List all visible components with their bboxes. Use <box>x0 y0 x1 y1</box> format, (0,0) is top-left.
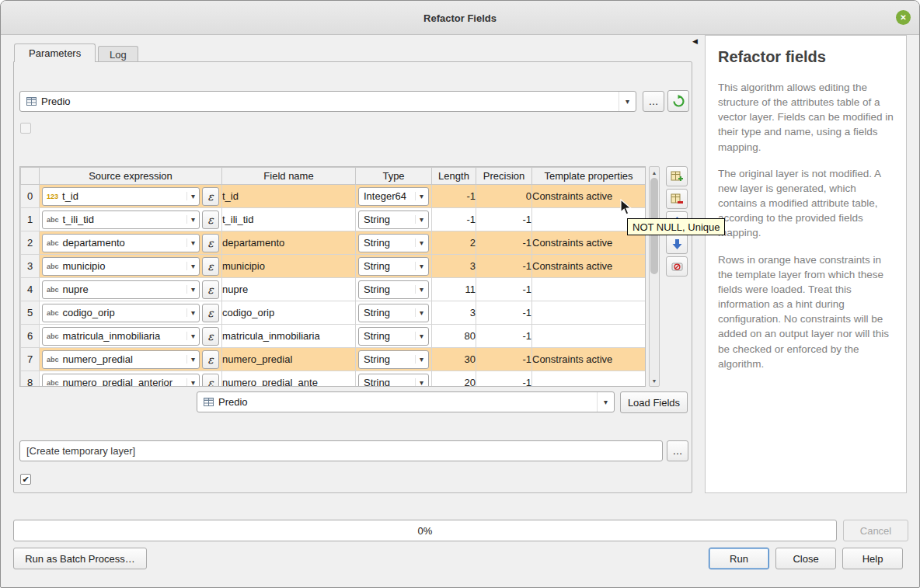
source-expression-combo[interactable]: abc codigo_orip ▾ <box>42 304 200 322</box>
expression-builder-button[interactable]: ε <box>202 327 219 346</box>
precision-cell[interactable]: -1 <box>476 325 532 348</box>
help-button[interactable]: Help <box>842 548 903 569</box>
type-combo[interactable]: String ▾ <box>358 304 429 322</box>
table-vertical-scrollbar[interactable]: ▲ ▼ <box>649 166 660 387</box>
source-expression-combo[interactable]: 123 t_id ▾ <box>42 187 200 206</box>
run-as-batch-button[interactable]: Run as Batch Process… <box>13 548 147 569</box>
expression-builder-button[interactable]: ε <box>202 350 219 369</box>
type-combo[interactable]: String ▾ <box>358 327 429 346</box>
type-combo[interactable]: String ▾ <box>358 350 429 369</box>
table-row[interactable]: 1 abc t_ili_tid ▾ ε t_ili_tid String ▾ <box>21 208 646 231</box>
expression-builder-button[interactable]: ε <box>202 187 219 206</box>
chevron-down-icon[interactable]: ▾ <box>415 215 423 224</box>
source-expression-combo[interactable]: abc numero_predial ▾ <box>42 350 200 369</box>
table-row[interactable]: 2 abc departamento ▾ ε departamento Stri… <box>21 231 646 255</box>
precision-cell[interactable]: -1 <box>476 208 532 231</box>
source-expression-combo[interactable]: abc matricula_inmobiliaria ▾ <box>42 327 200 346</box>
length-cell[interactable]: 3 <box>432 301 476 325</box>
load-fields-button[interactable]: Load Fields <box>620 391 688 413</box>
close-button[interactable]: Close <box>775 548 836 569</box>
precision-cell[interactable]: -1 <box>476 371 532 388</box>
delete-field-button[interactable] <box>666 189 688 209</box>
type-combo[interactable]: String ▾ <box>358 257 429 276</box>
length-cell[interactable]: 30 <box>432 348 476 371</box>
precision-cell[interactable]: -1 <box>476 255 532 278</box>
fields-mapping-table[interactable]: Source expression Field name Type Length… <box>19 166 646 387</box>
field-name-cell[interactable]: municipio <box>222 255 356 278</box>
expression-builder-button[interactable]: ε <box>202 257 219 276</box>
col-precision[interactable]: Precision <box>476 168 532 185</box>
expression-builder-button[interactable]: ε <box>202 234 219 252</box>
row-index[interactable]: 6 <box>21 325 40 348</box>
precision-cell[interactable]: -1 <box>476 231 532 255</box>
precision-cell[interactable]: -1 <box>476 278 532 301</box>
chevron-down-icon[interactable]: ▾ <box>186 308 195 317</box>
source-expression-combo[interactable]: abc numero_predial_anterior ▾ <box>42 374 200 388</box>
chevron-down-icon[interactable]: ▾ <box>186 215 195 224</box>
refactored-browse-button[interactable]: … <box>667 440 688 461</box>
row-index[interactable]: 0 <box>21 185 40 208</box>
field-name-cell[interactable]: numero_predial <box>222 348 356 371</box>
window-close-button[interactable]: ✕ <box>896 10 911 25</box>
col-field-name[interactable]: Field name <box>222 168 356 185</box>
table-row[interactable]: 6 abc matricula_inmobiliaria ▾ ε matricu… <box>21 325 646 348</box>
help-panel-collapse-icon[interactable]: ◀ <box>692 37 698 45</box>
chevron-down-icon[interactable]: ▾ <box>415 192 423 200</box>
chevron-down-icon[interactable]: ▾ <box>415 332 423 340</box>
expression-builder-button[interactable]: ε <box>202 374 219 388</box>
type-combo[interactable]: String ▾ <box>358 280 429 299</box>
precision-cell[interactable]: -1 <box>476 301 532 325</box>
chevron-down-icon[interactable]: ▾ <box>186 378 195 387</box>
table-row[interactable]: 3 abc municipio ▾ ε municipio String ▾ <box>21 255 646 278</box>
expression-builder-button[interactable]: ε <box>202 304 219 322</box>
scroll-up-icon[interactable]: ▲ <box>650 168 659 177</box>
field-name-cell[interactable]: t_id <box>222 185 356 208</box>
chevron-down-icon[interactable]: ▾ <box>415 285 423 294</box>
length-cell[interactable]: 2 <box>432 231 476 255</box>
chevron-down-icon[interactable]: ▾ <box>415 238 423 247</box>
source-expression-combo[interactable]: abc nupre ▾ <box>42 280 200 299</box>
row-index[interactable]: 2 <box>21 231 40 255</box>
precision-cell[interactable]: -1 <box>476 348 532 371</box>
length-cell[interactable]: 80 <box>432 325 476 348</box>
length-cell[interactable]: -1 <box>432 208 476 231</box>
col-length[interactable]: Length <box>432 168 476 185</box>
open-output-checkbox[interactable]: ✔ <box>20 474 31 485</box>
field-name-cell[interactable]: nupre <box>222 278 356 301</box>
chevron-down-icon[interactable]: ▾ <box>186 238 195 247</box>
type-combo[interactable]: String ▾ <box>358 374 429 388</box>
row-index[interactable]: 5 <box>21 301 40 325</box>
template-layer-combo[interactable]: Predio ▾ <box>197 391 615 412</box>
chevron-down-icon[interactable]: ▾ <box>186 355 195 364</box>
length-cell[interactable]: 3 <box>432 255 476 278</box>
length-cell[interactable]: 11 <box>432 278 476 301</box>
expression-builder-button[interactable]: ε <box>202 210 219 229</box>
expression-builder-button[interactable]: ε <box>202 280 219 299</box>
input-layer-browse-button[interactable]: … <box>643 91 664 112</box>
col-source-expression[interactable]: Source expression <box>40 168 222 185</box>
row-index[interactable]: 7 <box>21 348 40 371</box>
row-index[interactable]: 4 <box>21 278 40 301</box>
chevron-down-icon[interactable]: ▾ <box>415 262 423 270</box>
new-field-button[interactable] <box>666 166 688 186</box>
row-index[interactable]: 8 <box>21 371 40 388</box>
table-row[interactable]: 7 abc numero_predial ▾ ε numero_predial … <box>21 348 646 371</box>
tab-parameters[interactable]: Parameters <box>14 43 96 62</box>
table-row[interactable]: 8 abc numero_predial_anterior ▾ ε numero… <box>21 371 646 388</box>
length-cell[interactable]: -1 <box>432 185 476 208</box>
table-row[interactable]: 4 abc nupre ▾ ε nupre String ▾ 11 <box>21 278 646 301</box>
field-name-cell[interactable]: matricula_inmobiliaria <box>222 325 356 348</box>
table-row[interactable]: 5 abc codigo_orip ▾ ε codigo_orip String… <box>21 301 646 325</box>
type-combo[interactable]: String ▾ <box>358 234 429 252</box>
chevron-down-icon[interactable]: ▾ <box>186 262 195 270</box>
precision-cell[interactable]: 0 <box>476 185 532 208</box>
input-layer-combo[interactable]: Predio ▾ <box>19 91 636 112</box>
chevron-down-icon[interactable]: ▾ <box>619 92 629 111</box>
length-cell[interactable]: 20 <box>432 371 476 388</box>
col-type[interactable]: Type <box>356 168 432 185</box>
chevron-down-icon[interactable]: ▾ <box>186 192 195 200</box>
scroll-down-icon[interactable]: ▼ <box>650 376 659 385</box>
field-name-cell[interactable]: codigo_orip <box>222 301 356 325</box>
col-template-properties[interactable]: Template properties <box>532 168 646 185</box>
chevron-down-icon[interactable]: ▾ <box>597 392 608 412</box>
